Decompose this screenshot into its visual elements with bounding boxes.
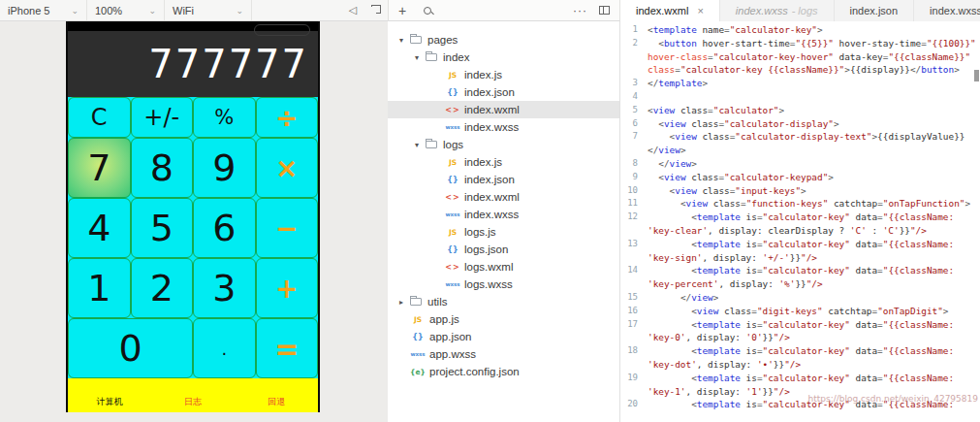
tree-item-logs.json[interactable]: {}logs.json	[388, 241, 619, 258]
line-number: 12	[620, 211, 638, 224]
tree-item-label: index.wxss	[464, 121, 519, 133]
code-line-text: <view class="function-keys" catchtap="on…	[638, 197, 970, 211]
calc-key-3[interactable]: 3	[193, 258, 256, 318]
calculator-display-text: 777777	[148, 42, 308, 86]
code-line: 13 <template is="calculator-key" data="{…	[620, 238, 980, 251]
calc-key-9[interactable]: 9	[193, 138, 256, 198]
code-line: 4	[620, 90, 980, 104]
calc-key-2[interactable]: 2	[131, 258, 194, 318]
calc-key-5[interactable]: 5	[131, 198, 194, 258]
file-tree: ▾pages▾indexJSindex.js{}index.json<>inde…	[388, 21, 620, 422]
tabbar-item-计算机[interactable]: 计算机	[68, 378, 151, 412]
chevron-right-icon: ▸	[399, 298, 410, 307]
tree-item-index.json[interactable]: {}index.json	[388, 83, 619, 101]
wxss-file-icon: wxss	[444, 124, 461, 130]
device-dropdown[interactable]: iPhone 5 ⌄	[0, 0, 87, 20]
calc-key-0[interactable]: 0	[68, 318, 193, 378]
wxss-file-icon: wxss	[444, 211, 461, 217]
editor-tab-index.wxml[interactable]: index.wxml×	[620, 0, 720, 21]
chevron-down-icon: ⌄	[236, 6, 243, 16]
zoom-dropdown[interactable]: 100% ⌄	[87, 0, 165, 20]
tree-item-app.json[interactable]: {}app.json	[388, 328, 619, 345]
code-line-text: <view class="calculator-keypad">	[638, 171, 834, 184]
code-line-text: hover-class="calculator-key-hover" data-…	[638, 50, 970, 64]
tree-item-label: index.json	[464, 174, 515, 185]
json-file-icon: {}	[444, 176, 461, 184]
code-line: 'key-dot', display: '•'}}"/>	[620, 358, 980, 372]
tree-item-logs.wxml[interactable]: <>logs.wxml	[388, 258, 619, 276]
tree-item-app.js[interactable]: JSapp.js	[388, 310, 619, 328]
json-file-icon: {}	[444, 245, 461, 254]
tree-item-index.wxss[interactable]: wxssindex.wxss	[388, 206, 619, 223]
tree-item-index.js[interactable]: JSindex.js	[388, 153, 619, 171]
tabbar-item-回退[interactable]: 回退	[235, 378, 318, 412]
code-editor[interactable]: 1<template name="calculator-key">2 <butt…	[620, 21, 980, 422]
calc-key-=[interactable]: =	[256, 318, 319, 378]
calc-key-6[interactable]: 6	[193, 198, 256, 258]
device-dropdown-label: iPhone 5	[8, 5, 49, 16]
code-line-text: class="calculator-key {{className}}">{{d…	[638, 63, 960, 77]
line-number: 3	[620, 77, 638, 90]
tree-item-logs.js[interactable]: JSlogs.js	[388, 223, 619, 241]
code-line-text: <view class="digit-keys" catchtap="onTap…	[638, 305, 949, 318]
calc-key-1[interactable]: 1	[68, 258, 131, 318]
code-line-text: <view class="calculator">	[638, 104, 784, 117]
calc-key-C[interactable]: C	[68, 97, 131, 138]
network-dropdown[interactable]: WiFi ⌄	[165, 0, 252, 20]
calc-key-8[interactable]: 8	[131, 138, 194, 198]
code-line-text: 'key-percent', display: '%'}}"/>	[638, 277, 823, 291]
code-line-text: <view class="calculator-display-text">{{…	[638, 130, 964, 144]
tree-item-label: app.js	[429, 313, 459, 325]
code-line: 1<template name="calculator-key">	[620, 23, 980, 37]
calc-key-−[interactable]: −	[256, 198, 319, 258]
folder-icon	[410, 36, 422, 44]
calc-key-.[interactable]: .	[193, 318, 256, 378]
code-line: </view>	[620, 144, 980, 157]
tree-item-logs[interactable]: ▾logs	[388, 136, 619, 153]
search-icon[interactable]	[424, 7, 431, 15]
tree-item-project.config.json[interactable]: {e}project.config.json	[388, 363, 619, 380]
calc-key-7[interactable]: 7	[68, 138, 131, 198]
wxss-file-icon: wxss	[444, 281, 461, 287]
tree-item-app.wxss[interactable]: wxssapp.wxss	[388, 345, 619, 363]
tree-item-label: index.wxml	[464, 191, 520, 203]
line-number: 9	[620, 171, 638, 184]
tree-item-index.wxss[interactable]: wxssindex.wxss	[388, 118, 619, 136]
tree-item-index.wxml[interactable]: <>index.wxml	[388, 188, 619, 206]
speaker-mute-icon[interactable]: ◁	[349, 4, 357, 16]
tree-item-label: logs.json	[464, 243, 508, 255]
more-options-button[interactable]: ···	[573, 4, 587, 17]
tree-item-pages[interactable]: ▾pages	[388, 31, 619, 49]
editor-tab-index.wxss[interactable]: index.wxss- logs	[720, 0, 835, 21]
calc-key-×[interactable]: ×	[256, 138, 319, 198]
calc-key-+/-[interactable]: +/-	[131, 97, 194, 138]
tree-item-index.wxml[interactable]: <>index.wxml	[388, 101, 619, 118]
editor-tab-index.json[interactable]: index.json	[835, 0, 915, 21]
calc-key-+[interactable]: +	[256, 258, 319, 318]
scrollbar-thumb[interactable]	[974, 70, 979, 81]
tree-item-index[interactable]: ▾index	[388, 49, 619, 66]
line-number: 10	[620, 184, 638, 198]
windows-restore-icon[interactable]	[368, 7, 376, 14]
calc-key-4[interactable]: 4	[68, 198, 131, 258]
tree-item-label: index.js	[464, 156, 502, 168]
calc-key-÷[interactable]: ÷	[256, 97, 319, 138]
tree-item-index.json[interactable]: {}index.json	[388, 171, 619, 188]
tree-item-logs.wxss[interactable]: wxsslogs.wxss	[388, 276, 619, 293]
tabbar-item-日志[interactable]: 日志	[151, 378, 235, 412]
tree-item-utils[interactable]: ▸utils	[388, 293, 619, 310]
new-file-button[interactable]: +	[398, 6, 406, 16]
chevron-down-icon: ▾	[415, 53, 426, 62]
code-line-text: </view>	[638, 291, 718, 305]
close-icon[interactable]: ×	[697, 5, 703, 16]
calc-key-%[interactable]: %	[193, 97, 256, 138]
code-line: 15 </view>	[620, 291, 980, 305]
line-number: 2	[620, 37, 638, 50]
editor-tab-suffix: - logs	[792, 5, 818, 16]
collapse-sidebar-icon[interactable]	[599, 6, 610, 15]
editor-tab-index.wxss -[interactable]: index.wxss -	[914, 0, 980, 21]
tree-item-index.js[interactable]: JSindex.js	[388, 66, 619, 83]
tree-item-label: logs.wxml	[464, 261, 513, 273]
simulator-panel: 777777 C+/-%÷789×456−123+0.= 计算机日志回退	[0, 21, 388, 422]
top-toolbar: iPhone 5 ⌄ 100% ⌄ WiFi ⌄ ◁ + ···	[0, 0, 980, 21]
